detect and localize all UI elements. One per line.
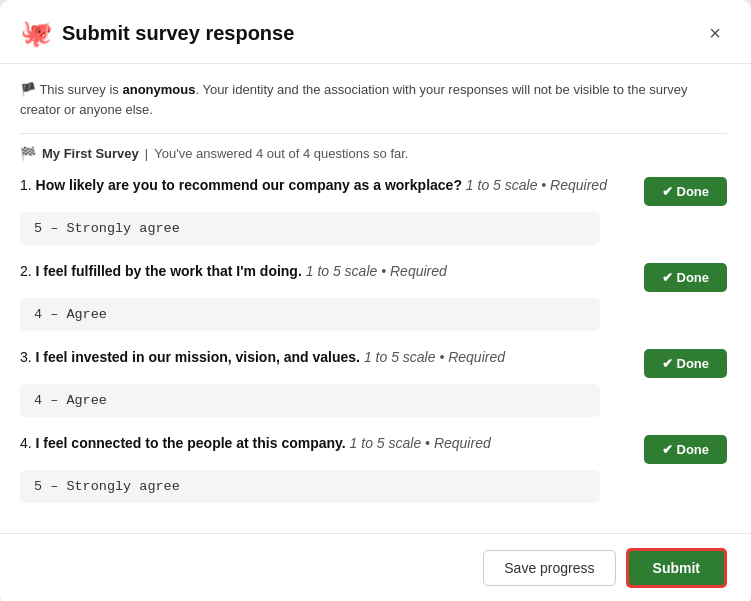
question-block-2: 2. I feel fulfilled by the work that I'm… [20, 263, 727, 331]
answer-box-4: 5 – Strongly agree [20, 470, 600, 503]
question-scale-4: 1 to 5 scale • Required [350, 435, 491, 451]
done-button-3[interactable]: ✔ Done [644, 349, 727, 378]
modal-title: Submit survey response [62, 22, 294, 45]
octopus-icon: 🐙 [20, 18, 52, 49]
question-bold-2: I feel fulfilled by the work that I'm do… [36, 263, 302, 279]
modal-footer: Save progress Submit [0, 533, 751, 601]
question-row-4: 4. I feel connected to the people at thi… [20, 435, 727, 464]
questions-list: 1. How likely are you to recommend our c… [20, 177, 727, 503]
question-bold-3: I feel invested in our mission, vision, … [36, 349, 360, 365]
question-number-1: 1. [20, 177, 36, 193]
question-number-2: 2. [20, 263, 36, 279]
question-text-4: 4. I feel connected to the people at thi… [20, 435, 632, 451]
answer-box-2: 4 – Agree [20, 298, 600, 331]
divider [20, 133, 727, 134]
question-text-1: 1. How likely are you to recommend our c… [20, 177, 632, 193]
question-row-1: 1. How likely are you to recommend our c… [20, 177, 727, 206]
modal-body: 🏴 This survey is anonymous. Your identit… [0, 64, 751, 533]
survey-meta-separator: | [145, 146, 148, 161]
modal-header: 🐙 Submit survey response × [0, 0, 751, 64]
anon-prefix: This survey is [39, 82, 122, 97]
question-text-2: 2. I feel fulfilled by the work that I'm… [20, 263, 632, 279]
question-block-4: 4. I feel connected to the people at thi… [20, 435, 727, 503]
flag-icon: 🏴 [20, 82, 36, 97]
question-block-1: 1. How likely are you to recommend our c… [20, 177, 727, 245]
submit-survey-modal: 🐙 Submit survey response × 🏴 This survey… [0, 0, 751, 601]
anon-bold: anonymous [122, 82, 195, 97]
question-bold-1: How likely are you to recommend our comp… [36, 177, 462, 193]
question-scale-1: 1 to 5 scale • Required [466, 177, 607, 193]
anon-notice: 🏴 This survey is anonymous. Your identit… [20, 80, 727, 119]
done-button-1[interactable]: ✔ Done [644, 177, 727, 206]
survey-name: My First Survey [42, 146, 139, 161]
modal-title-area: 🐙 Submit survey response [20, 18, 294, 49]
close-button[interactable]: × [703, 20, 727, 47]
answer-box-1: 5 – Strongly agree [20, 212, 600, 245]
question-row-2: 2. I feel fulfilled by the work that I'm… [20, 263, 727, 292]
question-bold-4: I feel connected to the people at this c… [36, 435, 346, 451]
done-button-2[interactable]: ✔ Done [644, 263, 727, 292]
question-block-3: 3. I feel invested in our mission, visio… [20, 349, 727, 417]
done-button-4[interactable]: ✔ Done [644, 435, 727, 464]
submit-button[interactable]: Submit [626, 548, 727, 588]
save-progress-button[interactable]: Save progress [483, 550, 615, 586]
question-number-3: 3. [20, 349, 36, 365]
question-text-3: 3. I feel invested in our mission, visio… [20, 349, 632, 365]
survey-meta-icon: 🏁 [20, 146, 36, 161]
question-row-3: 3. I feel invested in our mission, visio… [20, 349, 727, 378]
question-number-4: 4. [20, 435, 36, 451]
question-scale-3: 1 to 5 scale • Required [364, 349, 505, 365]
question-scale-2: 1 to 5 scale • Required [306, 263, 447, 279]
survey-progress: You've answered 4 out of 4 questions so … [154, 146, 408, 161]
answer-box-3: 4 – Agree [20, 384, 600, 417]
survey-meta: 🏁 My First Survey | You've answered 4 ou… [20, 146, 727, 161]
